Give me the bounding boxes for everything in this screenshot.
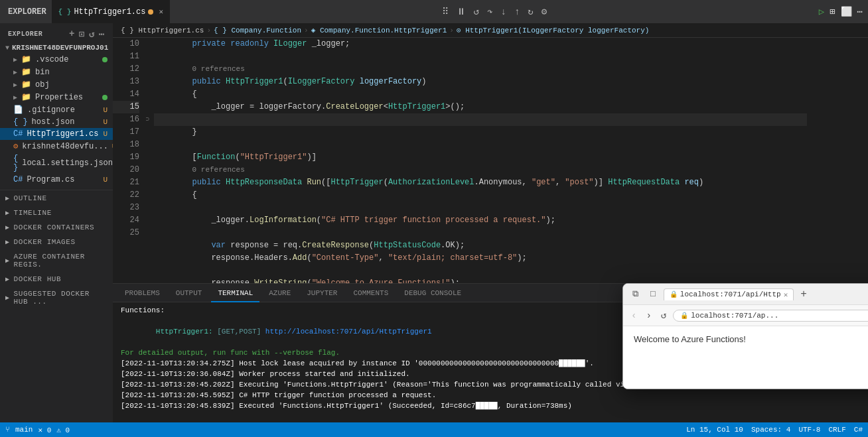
- maximize-icon[interactable]: ⬜: [841, 6, 852, 17]
- line-num: 10: [113, 38, 139, 50]
- collapse-icon[interactable]: ⋯: [99, 29, 105, 40]
- browser-btn-copy[interactable]: ⧉: [628, 288, 642, 300]
- layout-icon[interactable]: ⠿: [442, 6, 449, 17]
- line-num: 25: [113, 227, 139, 239]
- breadcrumb-method[interactable]: ⊙ HttpTrigger1(ILoggerFactory loggerFact…: [457, 26, 649, 34]
- tab-comments[interactable]: COMMENTS: [346, 284, 395, 302]
- file-icon: { }: [13, 117, 28, 127]
- sidebar-section-docker-images[interactable]: ▶ DOCKER IMAGES: [0, 235, 113, 249]
- sidebar-section-azure-container[interactable]: ▶ AZURE CONTAINER REGIS.: [0, 250, 113, 271]
- eol-setting[interactable]: CRLF: [828, 426, 845, 434]
- errors-count[interactable]: ✕ 0: [38, 426, 51, 434]
- sidebar-section-outline[interactable]: ▶ OUTLINE: [0, 192, 113, 205]
- tab-problems[interactable]: PROBLEMS: [118, 284, 167, 302]
- section-label: DOCKER CONTAINERS: [14, 223, 95, 231]
- browser-tab-close[interactable]: ✕: [784, 290, 788, 299]
- continue-icon[interactable]: ↻: [528, 6, 533, 17]
- code-line-26: [154, 265, 807, 277]
- breadcrumb-file[interactable]: { } HttpTrigger1.cs: [121, 27, 204, 34]
- code-line-11: [154, 50, 807, 63]
- sidebar-item-hostjson[interactable]: { } host.json U: [0, 116, 113, 128]
- sidebar-item-obj[interactable]: ▶ 📁 obj: [0, 78, 113, 91]
- tab-filename: HttpTrigger1.cs: [74, 7, 145, 17]
- sidebar-item-vscode[interactable]: ▶ 📁 .vscode: [0, 53, 113, 66]
- minimap: [815, 38, 868, 283]
- step-out-icon[interactable]: ↑: [514, 7, 520, 17]
- browser-tab[interactable]: 🔒 localhost:7071/api/Http ✕: [664, 288, 794, 300]
- line-numbers: 10 11 12 13 14 15 16 17 18 19 20 21 22 2…: [113, 38, 146, 283]
- git-branch[interactable]: main: [15, 426, 33, 434]
- folder-icon: 📁: [21, 54, 31, 64]
- tab-jupyter[interactable]: JUPYTER: [300, 284, 344, 302]
- sidebar-header: EXPLORER + ⊡ ↺ ⋯: [0, 23, 113, 42]
- editor-tab[interactable]: { } HttpTrigger1.cs ✕: [52, 0, 170, 23]
- refresh-icon[interactable]: ↺: [89, 29, 95, 40]
- tab-output[interactable]: OUTPUT: [169, 284, 209, 302]
- sidebar-item-program[interactable]: C# Program.cs U: [0, 174, 113, 186]
- sidebar-section-docker-hub[interactable]: ▶ DOCKER HUB: [0, 273, 113, 286]
- new-file-icon[interactable]: +: [69, 29, 75, 40]
- file-icon: C#: [13, 175, 23, 184]
- more-icon[interactable]: ⋯: [857, 6, 863, 17]
- sidebar-section-docker-containers[interactable]: ▶ DOCKER CONTAINERS: [0, 221, 113, 234]
- reload-btn[interactable]: ↺: [658, 308, 669, 322]
- breadcrumb-namespace[interactable]: { } Company.Function: [214, 27, 301, 34]
- tab-jupyter-label: JUPYTER: [307, 289, 337, 297]
- main-layout: EXPLORER + ⊡ ↺ ⋯ ▼ KRISHNET48DEVFUNPROJ0…: [0, 23, 868, 422]
- line-num: 22: [113, 189, 139, 202]
- code-line-15: ○: [154, 113, 807, 126]
- code-line-12: public HttpTrigger1(ILoggerFactory logge…: [154, 76, 807, 88]
- sidebar-item-gitignore[interactable]: 📄 .gitignore U: [0, 103, 113, 116]
- sidebar-section-timeline[interactable]: ▶ TIMELINE: [0, 206, 113, 219]
- sidebar-item-localsettings[interactable]: { } local.settings.json: [0, 153, 113, 174]
- sidebar-item-httptrigger[interactable]: C# HttpTrigger1.cs U: [0, 128, 113, 140]
- terminal-line-log5: [2022-11-10T13:20:45.839Z] Executed 'Fun…: [121, 401, 860, 411]
- folder-icon: 📁: [21, 80, 31, 90]
- chevron-icon: ▶: [5, 223, 10, 231]
- sidebar-divider: [0, 190, 113, 190]
- section-label: TIMELINE: [14, 209, 52, 217]
- sidebar-item-properties[interactable]: ▶ 📁 Properties: [0, 91, 113, 103]
- language-mode[interactable]: C#: [854, 426, 863, 434]
- tab-output-label: OUTPUT: [176, 289, 202, 297]
- section-label: DOCKER IMAGES: [14, 238, 76, 246]
- warnings-count[interactable]: ⚠ 0: [56, 426, 70, 434]
- pause-icon[interactable]: ⏸: [457, 7, 466, 17]
- sidebar-item-krishnet[interactable]: ⚙ krishnet48devfu... U: [0, 140, 113, 153]
- code-line-16: }: [154, 126, 807, 139]
- encoding-setting[interactable]: UTF-8: [798, 426, 820, 434]
- sidebar-project[interactable]: ▼ KRISHNET48DEVFUNPROJ01: [0, 42, 113, 53]
- run-icon[interactable]: ▷: [819, 6, 824, 17]
- tab-close-btn[interactable]: ✕: [159, 7, 163, 16]
- toolbar: ⠿ ⏸ ↺ ↷ ↓ ↑ ↻ ⚙: [442, 6, 547, 17]
- tab-terminal[interactable]: TERMINAL: [211, 284, 259, 302]
- git-branch-icon: ⑂: [5, 426, 10, 434]
- restart-icon[interactable]: ↺: [474, 6, 479, 17]
- step-over-icon[interactable]: ↷: [487, 6, 492, 17]
- address-bar[interactable]: 🔒 localhost:7071/ap...: [673, 310, 868, 322]
- settings-icon[interactable]: ⚙: [542, 6, 547, 17]
- code-line-13: {: [154, 88, 807, 101]
- status-right: Ln 15, Col 10 Spaces: 4 UTF-8 CRLF C#: [686, 426, 863, 434]
- spaces-setting[interactable]: Spaces: 4: [751, 426, 790, 434]
- new-tab-btn[interactable]: +: [798, 288, 810, 300]
- section-label: OUTLINE: [14, 194, 47, 202]
- cursor-position[interactable]: Ln 15, Col 10: [686, 426, 743, 434]
- tab-debug-console[interactable]: DEBUG CONSOLE: [398, 284, 468, 302]
- browser-btn-new-window[interactable]: □: [646, 288, 660, 300]
- status-bar: ⑂ main ✕ 0 ⚠ 0 Ln 15, Col 10 Spaces: 4 U…: [0, 422, 868, 437]
- forward-btn[interactable]: ›: [643, 309, 654, 322]
- back-btn[interactable]: ‹: [628, 309, 639, 322]
- sidebar-item-bin[interactable]: ▶ 📁 bin: [0, 66, 113, 78]
- section-label: AZURE CONTAINER REGIS.: [14, 253, 108, 269]
- sidebar-section-suggested-hub[interactable]: ▶ SUGGESTED DOCKER HUB ...: [0, 287, 113, 308]
- split-editor-icon[interactable]: ⊞: [830, 6, 835, 17]
- tab-azure-label: AZURE: [269, 289, 291, 297]
- code-line-22: _logger.LogInformation("C# HTTP trigger …: [154, 214, 807, 227]
- code-area[interactable]: 10 11 12 13 14 15 16 17 18 19 20 21 22 2…: [113, 38, 868, 283]
- breadcrumb-class[interactable]: ◈ Company.Function.HttpTrigger1: [311, 26, 447, 34]
- tab-azure[interactable]: AZURE: [262, 284, 297, 302]
- step-into-icon[interactable]: ↓: [500, 7, 506, 17]
- new-folder-icon[interactable]: ⊡: [79, 29, 85, 40]
- chevron-icon: ▶: [13, 56, 17, 64]
